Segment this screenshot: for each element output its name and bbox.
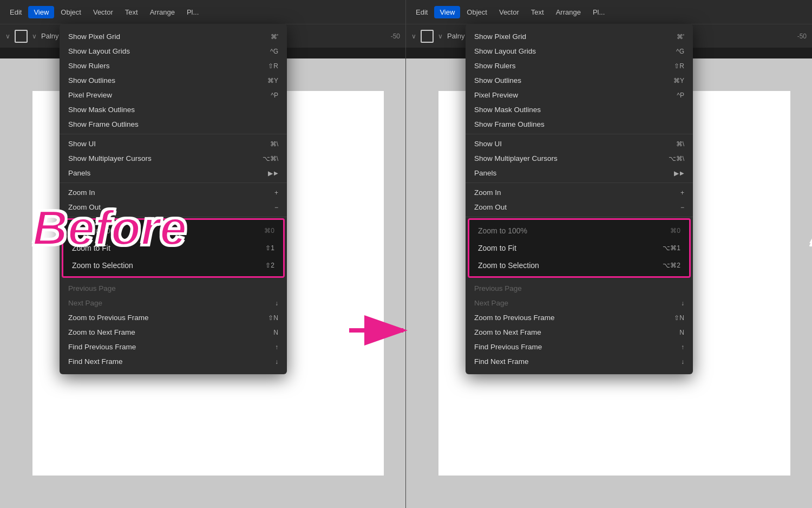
menu-show-rulers-after[interactable]: Show Rulers ⇧R: [466, 58, 693, 73]
menu-item-text-after[interactable]: Text: [526, 6, 549, 18]
menu-next-page-after[interactable]: Next Page ↓: [466, 296, 693, 310]
menu-section-2-after: Show UI ⌘\ Show Multiplayer Cursors ⌥⌘\ …: [466, 134, 693, 183]
shape-selector-before[interactable]: [15, 30, 28, 43]
menu-panels-after[interactable]: Panels ▶: [466, 166, 693, 180]
menu-pixel-preview-after[interactable]: Pixel Preview ^P: [466, 88, 693, 102]
menu-section-5-before: Previous Page Next Page ↓ Zoom to Previo…: [60, 279, 287, 371]
menu-item-view-before[interactable]: View: [28, 6, 54, 18]
menu-show-multiplayer-after[interactable]: Show Multiplayer Cursors ⌥⌘\: [466, 151, 693, 166]
menu-zoom-selection-before[interactable]: Zoom to Selection ⇧2: [63, 257, 283, 274]
menu-item-more-after[interactable]: Pl...: [587, 6, 610, 18]
menu-item-arrange-after[interactable]: Arrange: [551, 6, 586, 18]
menu-show-pixel-grid-before[interactable]: Show Pixel Grid ⌘': [60, 29, 287, 44]
menu-zoom-100-before[interactable]: Zoom to 100% ⌘0: [63, 222, 283, 239]
menu-show-outlines-before[interactable]: Show Outlines ⌘Y: [60, 73, 287, 88]
menu-section-5-after: Previous Page Next Page ↓ Zoom to Previo…: [466, 279, 693, 371]
ruler-num-before: -50: [391, 32, 400, 40]
menu-item-edit-before[interactable]: Edit: [4, 6, 27, 18]
menu-next-page-before[interactable]: Next Page ↓: [60, 296, 287, 310]
menu-show-pixel-grid-after[interactable]: Show Pixel Grid ⌘': [466, 29, 693, 44]
menu-item-text-before[interactable]: Text: [120, 6, 143, 18]
menu-item-arrange-before[interactable]: Arrange: [145, 6, 180, 18]
menu-zoom-out-after[interactable]: Zoom Out −: [466, 200, 693, 214]
shape-selector-after[interactable]: [421, 30, 434, 43]
menu-item-object-before[interactable]: Object: [55, 6, 87, 18]
menu-section-1-before: Show Pixel Grid ⌘' Show Layout Grids ^G …: [60, 27, 287, 134]
page-name-before: Palny: [41, 32, 59, 40]
menu-find-next-frame-after[interactable]: Find Next Frame ↓: [466, 354, 693, 369]
menu-item-vector-after[interactable]: Vector: [494, 6, 525, 18]
menu-zoom-100-after[interactable]: Zoom to 100% ⌘0: [469, 222, 689, 239]
menu-show-ui-before[interactable]: Show UI ⌘\: [60, 136, 287, 151]
menu-zoom-out-before[interactable]: Zoom Out −: [60, 200, 287, 214]
menu-zoom-fit-before[interactable]: Zoom to Fit ⇧1: [63, 239, 283, 257]
menu-zoom-prev-frame-before[interactable]: Zoom to Previous Frame ⇧N: [60, 310, 287, 325]
menu-show-frame-outlines-before[interactable]: Show Frame Outlines: [60, 117, 287, 132]
after-panel: Edit View Object Vector Text Arrange Pl.…: [406, 0, 812, 508]
view-dropdown-before: Show Pixel Grid ⌘' Show Layout Grids ^G …: [60, 24, 287, 374]
menu-item-object-after[interactable]: Object: [461, 6, 493, 18]
menu-zoom-in-before[interactable]: Zoom In +: [60, 185, 287, 200]
before-panel: Edit View Object Vector Text Arrange Pl.…: [0, 0, 406, 508]
menu-find-prev-frame-after[interactable]: Find Previous Frame ↑: [466, 340, 693, 354]
menu-show-multiplayer-before[interactable]: Show Multiplayer Cursors ⌥⌘\: [60, 151, 287, 166]
menu-prev-page-before[interactable]: Previous Page: [60, 281, 287, 296]
menu-zoom-next-frame-after[interactable]: Zoom to Next Frame N: [466, 325, 693, 340]
menu-zoom-next-frame-before[interactable]: Zoom to Next Frame N: [60, 325, 287, 340]
menu-show-rulers-before[interactable]: Show Rulers ⇧R: [60, 58, 287, 73]
menu-section-2-before: Show UI ⌘\ Show Multiplayer Cursors ⌥⌘\ …: [60, 134, 287, 183]
menu-item-more-before[interactable]: Pl...: [181, 6, 204, 18]
menu-show-mask-outlines-after[interactable]: Show Mask Outlines: [466, 102, 693, 117]
menu-section-zoom-highlighted-before: Zoom to 100% ⌘0 Zoom to Fit ⇧1 Zoom to S…: [62, 218, 285, 278]
menu-show-outlines-after[interactable]: Show Outlines ⌘Y: [466, 73, 693, 88]
menu-zoom-fit-after[interactable]: Zoom to Fit ⌥⌘1: [469, 239, 689, 257]
menu-bar-after: Edit View Object Vector Text Arrange Pl.…: [406, 0, 812, 24]
menu-section-zoom-highlighted-after: Zoom to 100% ⌘0 Zoom to Fit ⌥⌘1 Zoom to …: [468, 218, 691, 278]
ruler-num-after: -50: [797, 32, 807, 40]
view-dropdown-after: Show Pixel Grid ⌘' Show Layout Grids ^G …: [466, 24, 693, 374]
menu-panels-before[interactable]: Panels ▶: [60, 166, 287, 180]
menu-show-layout-grids-after[interactable]: Show Layout Grids ^G: [466, 44, 693, 58]
page-name-after: Palny: [447, 32, 465, 40]
menu-show-ui-after[interactable]: Show UI ⌘\: [466, 136, 693, 151]
menu-zoom-in-after[interactable]: Zoom In +: [466, 185, 693, 200]
menu-zoom-prev-frame-after[interactable]: Zoom to Previous Frame ⇧N: [466, 310, 693, 325]
menu-zoom-selection-after[interactable]: Zoom to Selection ⌥⌘2: [469, 257, 689, 274]
menu-show-mask-outlines-before[interactable]: Show Mask Outlines: [60, 102, 287, 117]
menu-item-view-after[interactable]: View: [434, 6, 460, 18]
menu-show-frame-outlines-after[interactable]: Show Frame Outlines: [466, 117, 693, 132]
menu-section-3-before: Zoom In + Zoom Out −: [60, 183, 287, 217]
menu-bar-before: Edit View Object Vector Text Arrange Pl.…: [0, 0, 405, 24]
comparison-arrow: [346, 314, 411, 347]
menu-show-layout-grids-before[interactable]: Show Layout Grids ^G: [60, 44, 287, 58]
menu-pixel-preview-before[interactable]: Pixel Preview ^P: [60, 88, 287, 102]
menu-item-vector-before[interactable]: Vector: [88, 6, 119, 18]
menu-section-3-after: Zoom In + Zoom Out −: [466, 183, 693, 217]
menu-prev-page-after[interactable]: Previous Page: [466, 281, 693, 296]
menu-find-next-frame-before[interactable]: Find Next Frame ↓: [60, 354, 287, 369]
menu-item-edit-after[interactable]: Edit: [410, 6, 433, 18]
menu-section-1-after: Show Pixel Grid ⌘' Show Layout Grids ^G …: [466, 27, 693, 134]
menu-find-prev-frame-before[interactable]: Find Previous Frame ↑: [60, 340, 287, 354]
